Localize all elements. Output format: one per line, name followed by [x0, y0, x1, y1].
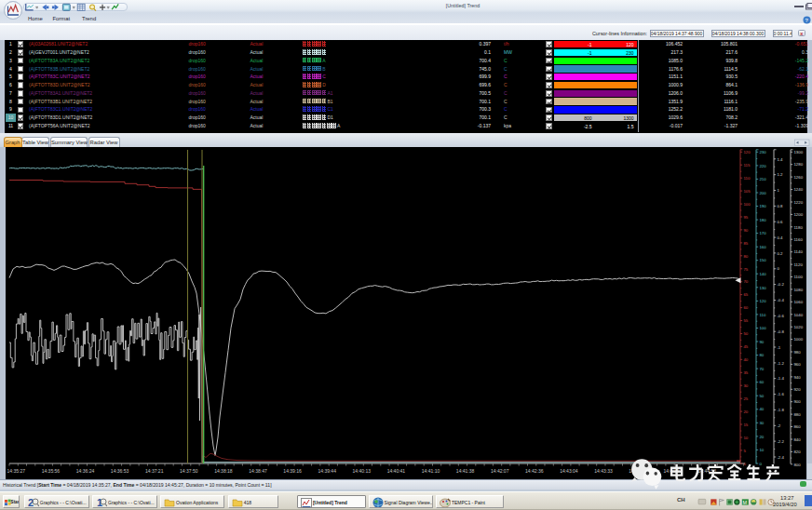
svg-text:-0.2: -0.2 [777, 282, 784, 287]
svg-text:-0.6: -0.6 [777, 314, 784, 318]
svg-text:-0.4: -0.4 [777, 298, 784, 302]
svg-text:-1.2: -1.2 [777, 361, 784, 366]
svg-text:80: 80 [743, 254, 748, 259]
svg-text:860: 860 [793, 424, 801, 429]
svg-text:1140: 1140 [793, 249, 803, 254]
svg-text:55: 55 [743, 318, 748, 323]
svg-text:115: 115 [743, 163, 751, 168]
svg-text:85: 85 [743, 241, 748, 246]
svg-text:100: 100 [743, 202, 751, 207]
svg-text:1120: 1120 [793, 262, 803, 267]
svg-text:1260: 1260 [793, 175, 803, 180]
svg-text:170: 170 [759, 231, 766, 235]
svg-text:0.4: 0.4 [777, 235, 783, 240]
svg-text:140: 140 [759, 272, 766, 276]
svg-text:45: 45 [743, 344, 748, 349]
svg-text:-1.6: -1.6 [777, 392, 784, 396]
svg-text:50: 50 [743, 331, 748, 336]
svg-text:120: 120 [759, 299, 766, 303]
svg-text:220: 220 [759, 164, 766, 168]
svg-text:1000: 1000 [793, 337, 803, 342]
svg-text:20: 20 [743, 409, 748, 414]
svg-text:40: 40 [743, 357, 748, 362]
svg-text:1.2: 1.2 [777, 172, 783, 177]
svg-text:-2: -2 [777, 423, 780, 428]
svg-text:1060: 1060 [793, 300, 803, 304]
svg-text:30: 30 [759, 421, 764, 425]
svg-text:10: 10 [743, 436, 748, 440]
svg-text:190: 190 [759, 204, 766, 208]
svg-text:15: 15 [743, 423, 748, 427]
svg-text:95: 95 [743, 215, 748, 220]
svg-text:90: 90 [743, 228, 748, 233]
svg-text:0.2: 0.2 [777, 251, 783, 256]
svg-text:1240: 1240 [793, 187, 803, 192]
svg-text:0.6: 0.6 [777, 220, 783, 224]
svg-text:80: 80 [759, 353, 764, 357]
svg-text:50: 50 [759, 394, 764, 398]
svg-text:200: 200 [759, 191, 766, 195]
svg-text:100: 100 [759, 326, 766, 330]
svg-text:-1: -1 [777, 345, 780, 350]
svg-text:20: 20 [759, 435, 764, 439]
svg-text:980: 980 [793, 350, 801, 355]
svg-text:40: 40 [759, 407, 764, 411]
svg-text:105: 105 [743, 189, 751, 194]
svg-text:1300: 1300 [793, 150, 803, 154]
svg-text:1080: 1080 [793, 288, 803, 292]
svg-text:1220: 1220 [793, 200, 803, 205]
svg-text:210: 210 [759, 177, 766, 181]
svg-text:1020: 1020 [793, 325, 803, 329]
svg-text:70: 70 [743, 279, 748, 284]
svg-text:75: 75 [743, 267, 748, 272]
svg-text:1100: 1100 [793, 275, 803, 279]
svg-text:70: 70 [759, 367, 764, 371]
svg-text:880: 880 [793, 412, 801, 417]
svg-text:35: 35 [743, 370, 748, 375]
svg-text:1280: 1280 [793, 162, 803, 167]
svg-text:110: 110 [743, 176, 751, 181]
svg-text:65: 65 [743, 292, 748, 297]
svg-text:90: 90 [759, 340, 764, 344]
svg-text:960: 960 [793, 362, 801, 367]
svg-text:180: 180 [759, 218, 766, 222]
svg-text:230: 230 [759, 150, 766, 154]
svg-text:110: 110 [759, 313, 766, 317]
svg-text:900: 900 [793, 399, 801, 404]
svg-text:920: 920 [793, 387, 801, 392]
svg-text:-2.2: -2.2 [777, 439, 784, 444]
svg-text:1180: 1180 [793, 225, 803, 230]
svg-text:130: 130 [759, 286, 766, 290]
svg-text:-0.8: -0.8 [777, 329, 784, 334]
svg-text:60: 60 [743, 305, 748, 310]
svg-text:0.8: 0.8 [777, 204, 783, 208]
svg-text:1040: 1040 [793, 313, 803, 317]
svg-text:10: 10 [759, 448, 764, 452]
svg-text:60: 60 [759, 380, 764, 384]
svg-text:1.4: 1.4 [777, 157, 783, 162]
svg-text:160: 160 [759, 245, 766, 249]
svg-text:940: 940 [793, 375, 801, 380]
svg-text:840: 840 [793, 437, 801, 442]
svg-text:150: 150 [759, 258, 766, 262]
svg-text:120: 120 [743, 150, 751, 154]
svg-text:1200: 1200 [793, 212, 803, 217]
svg-text:-1.8: -1.8 [777, 408, 784, 412]
svg-text:30: 30 [743, 383, 748, 388]
svg-text:25: 25 [743, 396, 748, 401]
svg-text:1160: 1160 [793, 237, 803, 242]
svg-text:-1.4: -1.4 [777, 376, 784, 381]
